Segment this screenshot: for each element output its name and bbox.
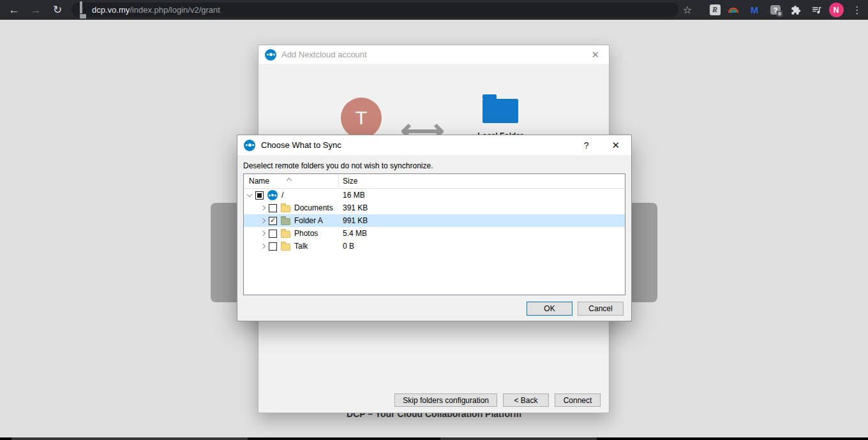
folder-size: 5.4 MB <box>343 229 367 238</box>
folder-name: Documents <box>294 203 333 212</box>
tree-row[interactable]: Folder A991 KB <box>244 214 625 227</box>
address-bar[interactable]: dcp.vo.my/index.php/login/v2/grant <box>71 3 678 17</box>
size-column-header[interactable]: Size <box>343 177 357 186</box>
folder-icon <box>281 205 290 212</box>
extension-r-icon[interactable]: R <box>707 0 722 20</box>
folder-name: Talk <box>294 242 308 251</box>
taskbar-strip <box>0 437 868 440</box>
lock-icon <box>80 3 86 18</box>
sort-ascending-icon <box>287 178 292 183</box>
add-account-titlebar[interactable]: Add Nextcloud account ✕ <box>258 45 609 64</box>
chevron-down-icon[interactable] <box>247 191 252 196</box>
folder-icon <box>281 231 290 238</box>
local-folder-icon <box>483 99 518 123</box>
folder-icon <box>281 218 290 225</box>
help-icon[interactable]: ? <box>580 140 593 150</box>
extensions-puzzle-icon[interactable] <box>788 0 804 20</box>
browser-toolbar: ← → ↻ dcp.vo.my/index.php/login/v2/grant… <box>0 0 868 20</box>
folder-icon <box>281 244 290 251</box>
url-host: dcp.vo.my <box>92 5 130 15</box>
folder-checkbox[interactable] <box>255 191 264 200</box>
folder-checkbox[interactable] <box>269 217 277 225</box>
folder-size: 0 B <box>343 242 354 251</box>
chevron-right-icon[interactable] <box>260 244 266 249</box>
nextcloud-logo-icon <box>265 49 276 61</box>
account-avatar: T <box>341 98 382 138</box>
folder-size: 16 MB <box>343 191 365 200</box>
back-button[interactable]: < Back <box>503 393 549 407</box>
instruction-text: Deselect remote folders you do not wish … <box>243 161 433 170</box>
close-icon[interactable]: ✕ <box>588 49 602 61</box>
tree-row[interactable]: Photos5.4 MB <box>244 227 625 240</box>
choose-sync-dialog: Choose What to Sync ? ✕ Deselect remote … <box>237 135 632 321</box>
chevron-right-icon[interactable] <box>260 218 266 223</box>
extension-rainbow-icon[interactable] <box>726 0 741 20</box>
skip-folders-button[interactable]: Skip folders configuration <box>394 393 497 407</box>
reload-icon[interactable]: ↻ <box>49 0 66 20</box>
folder-name: Photos <box>294 229 318 238</box>
back-icon[interactable]: ← <box>6 0 22 20</box>
nextcloud-logo-icon <box>244 140 255 151</box>
choose-sync-titlebar[interactable]: Choose What to Sync ? ✕ <box>237 135 631 155</box>
browser-menu-icon[interactable]: ⋮ <box>849 0 865 20</box>
folder-checkbox[interactable] <box>269 242 277 251</box>
profile-avatar[interactable]: N <box>827 0 845 20</box>
extension-help-icon[interactable]: ? 0 <box>767 0 784 20</box>
folder-size: 391 KB <box>343 203 368 212</box>
url-text[interactable]: dcp.vo.my/index.php/login/v2/grant <box>92 5 220 15</box>
sync-tree-rows: /16 MBDocuments391 KBFolder A991 KBPhoto… <box>244 189 625 253</box>
media-playlist-icon[interactable] <box>808 0 825 20</box>
chevron-right-icon[interactable] <box>260 205 266 210</box>
help-badge: 0 <box>777 11 782 17</box>
choose-sync-title: Choose What to Sync <box>261 140 341 150</box>
nextcloud-icon <box>267 190 278 200</box>
folder-size: 991 KB <box>343 216 368 225</box>
tree-row[interactable]: Talk0 B <box>244 240 625 253</box>
folder-checkbox[interactable] <box>269 230 277 238</box>
url-path: /index.php/login/v2/grant <box>130 5 220 15</box>
tree-row[interactable]: /16 MB <box>244 189 625 202</box>
bookmark-star-icon[interactable]: ☆ <box>679 0 696 20</box>
forward-icon[interactable]: → <box>27 0 44 20</box>
tree-header[interactable]: Name Size <box>244 174 625 189</box>
add-account-title: Add Nextcloud account <box>281 50 367 59</box>
close-icon[interactable]: ✕ <box>608 140 624 151</box>
folder-name: Folder A <box>294 216 323 225</box>
extension-m-icon[interactable]: M <box>747 0 762 20</box>
folder-tree: Name Size /16 MBDocuments391 KBFolder A9… <box>243 173 625 295</box>
column-divider[interactable] <box>338 175 339 187</box>
tree-row[interactable]: Documents391 KB <box>244 202 625 214</box>
folder-checkbox[interactable] <box>269 204 277 212</box>
connect-button[interactable]: Connect <box>555 393 601 407</box>
cancel-button[interactable]: Cancel <box>578 302 624 316</box>
name-column-header[interactable]: Name <box>249 177 269 186</box>
ok-button[interactable]: OK <box>527 302 572 316</box>
chevron-right-icon[interactable] <box>260 231 266 236</box>
folder-name: / <box>281 191 283 200</box>
